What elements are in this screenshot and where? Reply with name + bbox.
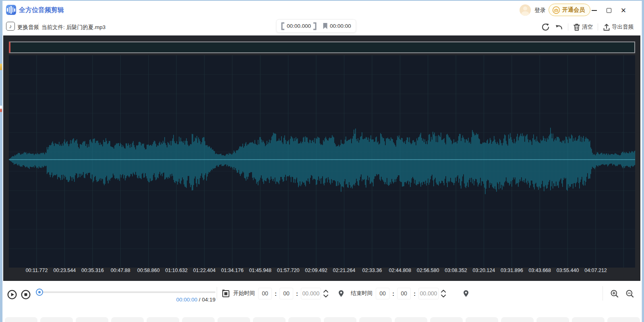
timeline-label: 01:34.176: [221, 268, 244, 273]
bottom-card[interactable]: [607, 317, 640, 322]
minimize-icon: [592, 10, 597, 11]
seek-slider-track[interactable]: [36, 291, 215, 293]
start-second-input[interactable]: [301, 288, 321, 299]
avatar[interactable]: [520, 4, 531, 16]
colon: :: [392, 290, 394, 297]
selection-time-value: 00:00.000: [287, 23, 311, 29]
effect-cards-strip: [3, 317, 642, 322]
timeline-label: 00:47.88: [111, 268, 130, 273]
close-icon: ×: [621, 6, 626, 15]
zoom-out-button[interactable]: [625, 289, 634, 300]
bottom-card[interactable]: [147, 317, 179, 322]
timeline-label: 03:08.352: [445, 268, 467, 273]
end-hour-input[interactable]: [376, 288, 389, 299]
bottom-card[interactable]: [572, 317, 605, 322]
zoom-out-icon: [625, 289, 634, 298]
colon: :: [414, 290, 416, 297]
seek-slider-thumb[interactable]: [36, 289, 43, 296]
bottom-card[interactable]: [40, 317, 73, 322]
colon: :: [296, 290, 298, 297]
login-button[interactable]: 登录: [534, 7, 546, 14]
toolbar-right-actions: 清空 导出音频: [541, 19, 634, 35]
current-file-label: 当前文件: 后陡门的夏.mp3: [41, 24, 106, 31]
titlebar: 全方位音频剪辑 登录 开通会员 ×: [3, 1, 642, 19]
timeline-label: 00:11.772: [26, 268, 48, 273]
redo-button[interactable]: [541, 23, 550, 31]
trim-controls: 开始时间 : : 结束时间 : :: [217, 286, 470, 301]
start-time-stepper[interactable]: [323, 290, 328, 297]
bottom-card[interactable]: [430, 317, 463, 322]
export-audio-button[interactable]: 导出音频: [603, 23, 634, 31]
bottom-card[interactable]: [217, 317, 250, 322]
upload-icon: [603, 23, 610, 31]
waveform-overview-strip[interactable]: [9, 42, 635, 53]
window-maximize-button[interactable]: [604, 5, 614, 16]
bottom-card[interactable]: [466, 317, 498, 322]
timeline-label: 01:57.720: [277, 268, 300, 273]
timeline-label: 02:44.808: [389, 268, 411, 273]
stop-icon: [21, 290, 31, 299]
bottom-card[interactable]: [536, 317, 569, 322]
start-minute-input[interactable]: [280, 288, 293, 299]
app-logo-icon: [6, 5, 16, 15]
play-icon: [7, 290, 17, 299]
bottom-card[interactable]: [182, 317, 215, 322]
end-time-stepper[interactable]: [441, 290, 446, 297]
bottom-card[interactable]: [359, 317, 392, 322]
stop-button[interactable]: [21, 290, 31, 301]
bottom-card[interactable]: [395, 317, 427, 322]
colon: :: [275, 290, 277, 297]
window-close-button[interactable]: ×: [618, 5, 629, 16]
music-note-icon[interactable]: ♪: [6, 22, 15, 31]
timeline-label: 02:09.492: [305, 268, 327, 273]
waveform-canvas[interactable]: [9, 55, 635, 268]
divider: [217, 287, 217, 300]
app-window: 全方位音频剪辑 登录 开通会员 × ♪ 更换音频 当前文件: 后陡门的夏.mp3…: [0, 0, 644, 322]
window-minimize-button[interactable]: [589, 5, 599, 16]
bottom-card[interactable]: [288, 317, 321, 322]
end-time-label: 结束时间: [351, 290, 373, 297]
timeline-label: 03:20.124: [473, 268, 495, 273]
waveform-panel: 00:11.77200:23.54400:35.31600:47.8800:58…: [3, 35, 640, 281]
redo-icon: [541, 23, 550, 31]
bottom-card[interactable]: [5, 317, 37, 322]
play-button[interactable]: [7, 290, 17, 301]
avatar-head: [523, 6, 527, 10]
timeline-label: 00:35.316: [81, 268, 104, 273]
timeline-label: 01:22.404: [193, 268, 216, 273]
zoom-in-button[interactable]: [610, 289, 619, 300]
crop-icon[interactable]: [221, 289, 230, 298]
bottom-card[interactable]: [324, 317, 356, 322]
set-end-pin-button[interactable]: [462, 289, 470, 298]
timeline-label: 02:33.36: [362, 268, 382, 273]
divider: [38, 23, 39, 30]
vip-label: 开通会员: [562, 6, 585, 14]
set-start-pin-button[interactable]: [337, 289, 345, 298]
undo-icon: [555, 23, 563, 31]
timeline-label: 00:58.860: [137, 268, 160, 273]
maximize-icon: [607, 8, 611, 13]
bottom-card[interactable]: [111, 317, 144, 322]
bottom-card[interactable]: [253, 317, 286, 322]
vip-button[interactable]: 开通会员: [549, 4, 590, 16]
divider: [568, 23, 568, 31]
marker-time-value: 00:00:00: [330, 23, 351, 29]
bottom-card[interactable]: [76, 317, 108, 322]
bracket-right-icon: [313, 22, 317, 30]
avatar-body: [521, 11, 529, 16]
end-minute-input[interactable]: [397, 288, 411, 299]
undo-button[interactable]: [555, 23, 563, 31]
change-audio-button[interactable]: 更换音频: [17, 24, 39, 31]
start-hour-input[interactable]: [258, 288, 272, 299]
divider: [603, 286, 603, 301]
start-time-label: 开始时间: [233, 290, 255, 297]
end-second-input[interactable]: [418, 288, 439, 299]
timeline-label: 04:07.212: [584, 268, 607, 273]
window-top-edge: [0, 0, 644, 1]
stepper-down-icon: [441, 295, 446, 297]
bottom-card[interactable]: [501, 317, 534, 322]
clear-label: 清空: [582, 23, 593, 31]
bracket-left-icon: [281, 22, 285, 30]
playback-controls: 00:00:00 / 04:19 开始时间 : : 结束时间: [3, 281, 642, 312]
clear-button[interactable]: 清空: [573, 23, 593, 31]
